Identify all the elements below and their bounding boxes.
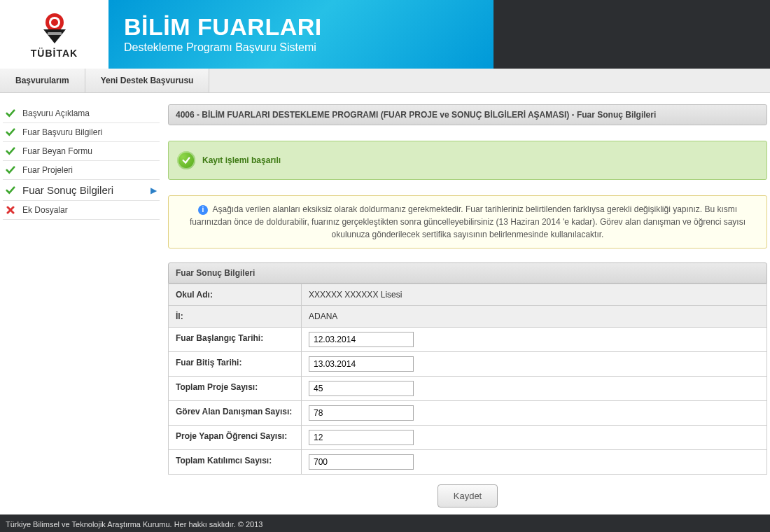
chevron-right-icon: ▶: [150, 186, 157, 195]
sidebar-item-basvuru-aciklama[interactable]: Başvuru Açıklama: [3, 104, 160, 123]
header: TÜBİTAK BİLİM FUARLARI Destekleme Progra…: [0, 0, 770, 69]
row-katilimci: Toplam Katılımcı Sayısı:: [169, 449, 766, 474]
check-icon: [4, 146, 17, 156]
value-okul-adi: XXXXXX XXXXXX Lisesi: [302, 284, 766, 305]
row-il: İl: ADANA: [169, 305, 766, 327]
sidebar-item-fuar-beyan[interactable]: Fuar Beyan Formu: [3, 142, 160, 161]
sidebar-item-label: Fuar Başvuru Bilgileri: [22, 127, 102, 137]
sidebar-item-ek-dosyalar[interactable]: Ek Dosyalar: [3, 201, 160, 220]
logo-block: TÜBİTAK: [0, 0, 108, 69]
sidebar-item-label: Fuar Projeleri: [22, 165, 73, 175]
input-bitis[interactable]: [309, 356, 414, 372]
logo-label: TÜBİTAK: [31, 48, 78, 59]
save-button[interactable]: Kaydet: [438, 484, 498, 507]
sidebar-item-label: Fuar Sonuç Bilgileri: [22, 184, 113, 196]
tab-basvurularim[interactable]: Başvurularım: [0, 69, 85, 92]
banner-title: BİLİM FUARLARI: [124, 15, 493, 38]
footer-text: Türkiye Bilimsel ve Teknolojik Araştırma…: [6, 520, 262, 528]
label-katilimci: Toplam Katılımcı Sayısı:: [169, 450, 302, 474]
page-title: 4006 - BİLİM FUARLARI DESTEKLEME PROGRAM…: [168, 104, 767, 125]
row-baslangic: Fuar Başlangıç Tarihi:: [169, 327, 766, 351]
check-icon: [4, 186, 17, 195]
input-danisman[interactable]: [309, 405, 414, 421]
value-il: ADANA: [302, 306, 766, 327]
sidebar-item-fuar-sonuc[interactable]: Fuar Sonuç Bilgileri ▶: [3, 180, 160, 201]
label-bitis: Fuar Bitiş Tarihi:: [169, 352, 302, 376]
sidebar-item-label: Başvuru Açıklama: [22, 108, 90, 118]
content: 4006 - BİLİM FUARLARI DESTEKLEME PROGRAM…: [168, 104, 767, 510]
info-icon: i: [198, 205, 208, 215]
label-baslangic: Fuar Başlangıç Tarihi:: [169, 328, 302, 351]
input-baslangic[interactable]: [309, 332, 414, 347]
banner: BİLİM FUARLARI Destekleme Programı Başvu…: [108, 0, 493, 69]
sidebar: Başvuru Açıklama Fuar Başvuru Bilgileri …: [3, 104, 160, 510]
section-title: Fuar Sonuç Bilgileri: [168, 262, 767, 284]
row-okul-adi: Okul Adı: XXXXXX XXXXXX Lisesi: [169, 284, 766, 305]
top-tabs: Başvurularım Yeni Destek Başvurusu: [0, 69, 770, 93]
label-ogrenci: Proje Yapan Öğrenci Sayısı:: [169, 426, 302, 449]
sidebar-item-label: Ek Dosyalar: [22, 205, 68, 215]
check-icon: [4, 127, 17, 137]
x-icon: [4, 206, 17, 214]
header-user-area: [493, 0, 770, 69]
input-ogrenci[interactable]: [309, 430, 414, 445]
footer: Türkiye Bilimsel ve Teknolojik Araştırma…: [0, 514, 770, 532]
tubitak-logo-icon: [36, 10, 73, 46]
input-proje[interactable]: [309, 381, 414, 396]
input-katilimci[interactable]: [309, 454, 414, 470]
svg-rect-3: [48, 32, 62, 35]
info-message: i Aşağıda verilen alanları eksiksiz olar…: [168, 195, 767, 248]
info-text: Aşağıda verilen alanları eksiksiz olarak…: [190, 204, 746, 239]
svg-point-2: [51, 19, 58, 26]
label-okul-adi: Okul Adı:: [169, 284, 302, 305]
row-bitis: Fuar Bitiş Tarihi:: [169, 351, 766, 376]
check-icon: [4, 108, 17, 118]
row-ogrenci: Proje Yapan Öğrenci Sayısı:: [169, 425, 766, 449]
tab-yeni-destek[interactable]: Yeni Destek Başvurusu: [85, 69, 210, 92]
banner-subtitle: Destekleme Programı Başvuru Sistemi: [124, 41, 493, 54]
sidebar-item-fuar-projeleri[interactable]: Fuar Projeleri: [3, 161, 160, 180]
success-message: Kayıt işlemi başarılı: [168, 141, 767, 180]
check-icon: [4, 165, 17, 175]
row-danisman: Görev Alan Danışman Sayısı:: [169, 400, 766, 425]
label-il: İl:: [169, 306, 302, 327]
row-proje: Toplam Proje Sayısı:: [169, 376, 766, 400]
label-danisman: Görev Alan Danışman Sayısı:: [169, 401, 302, 425]
success-text: Kayıt işlemi başarılı: [202, 155, 281, 165]
sidebar-item-fuar-basvuru[interactable]: Fuar Başvuru Bilgileri: [3, 123, 160, 142]
label-proje: Toplam Proje Sayısı:: [169, 377, 302, 400]
success-check-icon: [177, 151, 195, 169]
sidebar-item-label: Fuar Beyan Formu: [22, 146, 92, 156]
form-table: Okul Adı: XXXXXX XXXXXX Lisesi İl: ADANA…: [168, 284, 767, 475]
